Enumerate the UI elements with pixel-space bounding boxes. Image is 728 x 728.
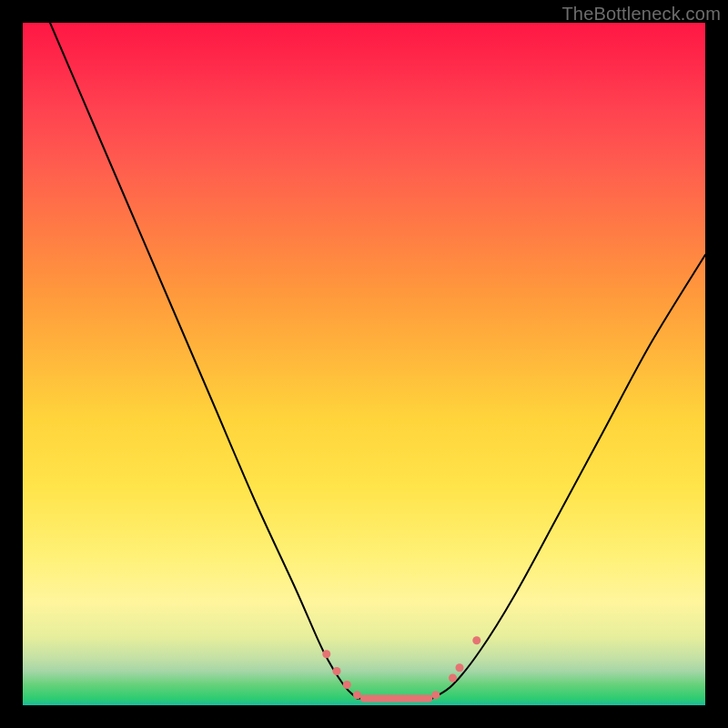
- svg-point-0: [322, 650, 330, 658]
- chart-frame: TheBottleneck.com: [0, 0, 728, 728]
- plot-area: [23, 23, 705, 705]
- watermark-text: TheBottleneck.com: [561, 4, 721, 25]
- svg-point-6: [456, 663, 464, 672]
- curve-overlay: [23, 23, 705, 705]
- svg-point-7: [472, 636, 480, 644]
- left-curve: [50, 23, 358, 699]
- svg-point-2: [343, 681, 351, 689]
- svg-point-1: [333, 667, 341, 675]
- svg-point-4: [431, 691, 440, 699]
- svg-point-5: [449, 674, 457, 682]
- svg-point-3: [353, 691, 361, 699]
- right-curve: [432, 255, 705, 699]
- beads: [322, 636, 480, 699]
